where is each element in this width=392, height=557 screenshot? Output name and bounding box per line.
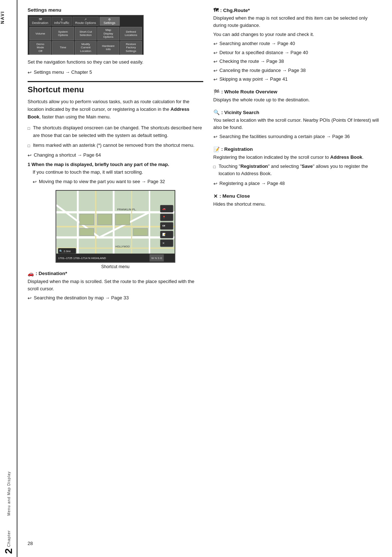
svg-text:🗺: 🗺 <box>162 225 165 228</box>
sidebar-chapter: Menu and Map Display Chapter 2 <box>0 303 17 557</box>
svg-text:🔍 2.0mi: 🔍 2.0mi <box>59 249 71 253</box>
shortcut-body: Shortcuts allow you to perform various t… <box>28 98 203 121</box>
ss-tab-info: ℹ Info/Traffic <box>52 17 72 26</box>
registration-body: Registering the location indicated by th… <box>213 154 380 161</box>
registration-bullet: □ Touching "Registration" and selecting … <box>213 163 380 177</box>
destination-arrow-text: Searching the destination by map → Page … <box>34 294 129 302</box>
settings-arrow-text: Settings menu → Chapter 5 <box>34 69 92 76</box>
chg-route-arrow-3: ↩ Canceling the route guidance → Page 38 <box>213 67 380 74</box>
shortcut-arrow-changing: ↩ Changing a shortcut → Page 64 <box>28 152 203 159</box>
step-1-body: If you continue to touch the map, it wil… <box>33 169 203 176</box>
registration-arrow-text: Registering a place → Page 48 <box>220 180 285 187</box>
bullet-sym-1: □ <box>28 125 30 132</box>
ss-cell-volume: Volume <box>29 27 51 40</box>
svg-rect-15 <box>97 214 112 225</box>
ss-cell-restore: RestoreFactorySettings <box>120 41 142 55</box>
destination-arrow: ↩ Searching the destination by map → Pag… <box>28 294 203 302</box>
ss-cell-modify: ModifyCurrentLocation <box>75 41 97 55</box>
destination-body: Displayed when the map is scrolled. Set … <box>28 278 203 292</box>
destination-subsection: 🚗 : Destination* Displayed when the map … <box>28 271 203 302</box>
step-1-label: 1 When the map is displayed, briefly tou… <box>28 162 203 167</box>
chg-route-arrow-1: ↩ Detour for a specified distance → Page… <box>213 49 380 57</box>
vicinity-arrow: ↩ Searching the facilities surrounding a… <box>213 133 380 141</box>
svg-rect-18 <box>133 229 148 236</box>
ss-cell-defined: DefinedLocations <box>120 27 142 40</box>
registration-bullet-text: Touching "Registration" and selecting "S… <box>219 163 380 177</box>
settings-arrow-item: ↩ Settings menu → Chapter 5 <box>28 69 203 76</box>
vicinity-icon: 🔍 <box>213 109 220 115</box>
settings-menu-section: Settings menu 🗺 Destination ℹ Info/Traff… <box>28 7 203 76</box>
svg-rect-17 <box>79 229 94 236</box>
map-screenshot-container: FRANKLIN PL. HOLLYWOO 1701–1725 1700–171… <box>28 190 203 269</box>
svg-text:📍: 📍 <box>162 215 166 219</box>
map-display-label: Menu and Map Display <box>7 471 11 516</box>
chg-route-body2: You can add changes to your route and ch… <box>213 31 380 38</box>
chg-route-arrow-text-1: Detour for a specified distance → Page 4… <box>220 49 308 56</box>
ss-cell-time: Time <box>52 41 74 55</box>
arrow-symbol: ↩ <box>28 69 32 76</box>
vicinity-arrow-text: Searching the facilities surrounding a c… <box>220 133 350 140</box>
chg-route-subsection: 🗺 : Chg.Route* Displayed when the map is… <box>213 7 380 83</box>
map-caption: Shortcut menu <box>101 264 130 269</box>
svg-text:W N S E: W N S E <box>151 257 162 260</box>
whole-route-icon: 🏁 <box>213 89 220 95</box>
chg-route-arrow-2: ↩ Checking the route → Page 38 <box>213 58 380 65</box>
page-number: 28 <box>28 541 380 546</box>
chg-route-title: 🗺 : Chg.Route* <box>213 7 380 13</box>
chg-route-arrow-text-4: Skipping a way point → Page 41 <box>220 76 288 83</box>
vicinity-subsection: 🔍 : Vicinity Search You select a locatio… <box>213 109 380 141</box>
bullet-item-1: □ The shortcuts displayed onscreen can b… <box>28 124 203 139</box>
ss-grid: Volume SystemOptions Short-CutSelection … <box>29 27 142 55</box>
menu-close-title: ✕ : Menu Close <box>213 193 380 199</box>
col-right: 🗺 : Chg.Route* Displayed when the map is… <box>213 7 380 533</box>
map-screenshot: FRANKLIN PL. HOLLYWOO 1701–1725 1700–171… <box>56 190 175 263</box>
arrow-sym-changing: ↩ <box>28 152 32 159</box>
arrow-sym-step1: ↩ <box>33 178 37 186</box>
col-left: Settings menu 🗺 Destination ℹ Info/Traff… <box>28 7 203 533</box>
bullet-text-1: The shortcuts displayed onscreen can be … <box>33 124 203 139</box>
ss-cell-hardware: HardwareInfo <box>97 41 119 55</box>
chg-route-arrow-4: ↩ Skipping a way point → Page 41 <box>213 76 380 83</box>
bullet-item-2: □ Items marked with an asterisk (*) cann… <box>28 142 203 149</box>
ss-cell-shortcut: Short-CutSelection <box>75 27 97 40</box>
shortcut-menu-heading: Shortcut menu <box>28 81 203 94</box>
ss-tabs: 🗺 Destination ℹ Info/Traffic ↗ Route Opt… <box>29 17 142 26</box>
whole-route-subsection: 🏁 : Whole Route Overview Displays the wh… <box>213 89 380 104</box>
ss-cell-map-display: MapDisplayOptions <box>97 27 119 40</box>
two-col-layout: Settings menu 🗺 Destination ℹ Info/Traff… <box>28 7 380 533</box>
bullet-text-2: Items marked with an asterisk (*) cannot… <box>33 142 195 149</box>
settings-desc: Set the navigation functions so they can… <box>28 58 203 66</box>
destination-title: 🚗 : Destination* <box>28 271 203 277</box>
registration-arrow: ↩ Registering a place → Page 48 <box>213 180 380 187</box>
registration-subsection: 📝 : Registration Registering the locatio… <box>213 146 380 187</box>
whole-route-title: 🏁 : Whole Route Overview <box>213 89 380 95</box>
registration-icon: 📝 <box>213 146 220 152</box>
bullet-sym-reg: □ <box>213 164 216 170</box>
chapter-label: Chapter <box>7 530 11 547</box>
svg-text:🚗: 🚗 <box>162 207 166 210</box>
whole-route-body: Displays the whole route up to the desti… <box>213 96 380 104</box>
vicinity-title: 🔍 : Vicinity Search <box>213 109 380 115</box>
chg-route-body: Displayed when the map is not scrolled a… <box>213 15 380 29</box>
registration-title: 📝 : Registration <box>213 146 380 152</box>
ss-tab-settings: ⚙ Settings <box>99 17 120 26</box>
ss-tab-route: ↗ Route Options <box>73 17 99 26</box>
menu-close-icon: ✕ <box>213 193 218 199</box>
svg-text:📝: 📝 <box>162 233 166 236</box>
arrow-sym-dest: ↩ <box>28 295 32 302</box>
chg-route-arrow-text-0: Searching another route → Page 40 <box>220 40 295 47</box>
ss-tab-destination: 🗺 Destination <box>29 17 51 26</box>
step-1-arrow: ↩ Moving the map to view the part you wa… <box>33 178 203 186</box>
svg-text:FRANKLIN PL.: FRANKLIN PL. <box>117 208 136 211</box>
chg-route-arrow-0: ↩ Searching another route → Page 40 <box>213 40 380 48</box>
menu-close-body: Hides the shortcut menu. <box>213 201 380 208</box>
bullet-sym-2: □ <box>28 143 30 149</box>
menu-close-subsection: ✕ : Menu Close Hides the shortcut menu. <box>213 193 380 208</box>
map-roads-svg: FRANKLIN PL. HOLLYWOO 1701–1725 1700–171… <box>56 191 175 263</box>
svg-text:HOLLYWOO: HOLLYWOO <box>115 245 130 248</box>
svg-text:✕: ✕ <box>162 242 165 245</box>
svg-text:1701–1725 1700–1714 N HIGHLAND: 1701–1725 1700–1714 N HIGHLAND <box>58 257 106 260</box>
chg-route-arrow-text-2: Checking the route → Page 38 <box>220 58 284 65</box>
vicinity-body: You select a location with the scroll cu… <box>213 117 380 131</box>
settings-menu-title: Settings menu <box>28 7 203 13</box>
